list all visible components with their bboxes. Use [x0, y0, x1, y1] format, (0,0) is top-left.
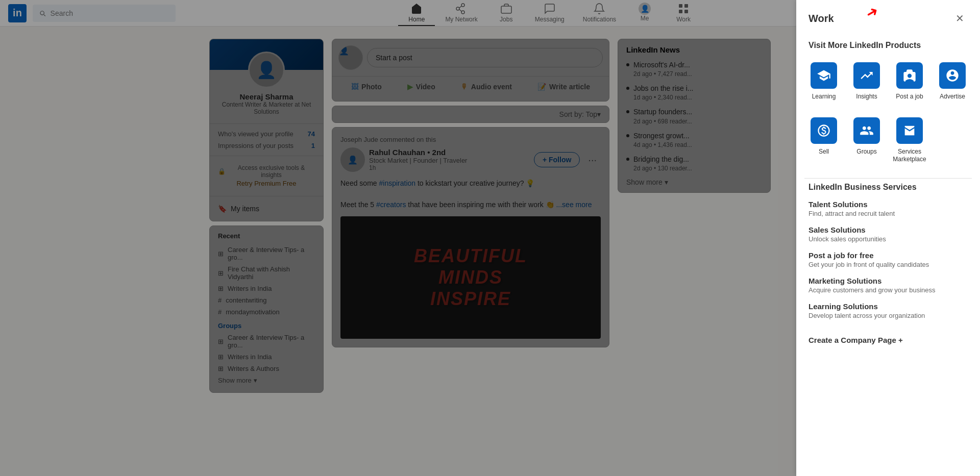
learning-icon	[811, 62, 837, 89]
advertise-label: Advertise	[940, 93, 965, 101]
product-learning[interactable]: Learning	[804, 56, 843, 107]
biz-services-section: LinkedIn Business Services Talent Soluti…	[796, 183, 980, 319]
biz-learning-title: Learning Solutions	[808, 302, 968, 311]
section-divider	[804, 178, 972, 179]
biz-marketing-solutions[interactable]: Marketing Solutions Acquire customers an…	[808, 277, 968, 294]
work-panel: Work ✕ Visit More LinkedIn Products Lear…	[796, 0, 980, 476]
post-job-icon	[896, 62, 923, 89]
product-insights[interactable]: Insights	[847, 56, 886, 107]
product-advertise[interactable]: Advertise	[933, 56, 972, 107]
biz-learning-desc: Develop talent across your organization	[808, 312, 968, 319]
insights-icon	[853, 62, 880, 89]
biz-sales-title: Sales Solutions	[808, 226, 968, 234]
advertise-icon	[939, 62, 966, 89]
biz-postjob-title: Post a job for free	[808, 251, 968, 260]
biz-talent-desc: Find, attract and recruit talent	[808, 210, 968, 217]
biz-learning-solutions[interactable]: Learning Solutions Develop talent across…	[808, 302, 968, 319]
biz-talent-solutions[interactable]: Talent Solutions Find, attract and recru…	[808, 200, 968, 217]
post-job-label: Post a job	[896, 93, 923, 101]
biz-sales-desc: Unlock sales opportunities	[808, 235, 968, 243]
insights-label: Insights	[856, 93, 877, 101]
product-groups[interactable]: Groups	[847, 111, 886, 170]
visit-more-title: Visit More LinkedIn Products	[796, 35, 980, 56]
create-company-page[interactable]: Create a Company Page +	[796, 328, 980, 353]
product-post-job[interactable]: Post a job	[890, 56, 929, 107]
marketplace-icon	[896, 117, 923, 144]
biz-postjob-desc: Get your job in front of quality candida…	[808, 261, 968, 268]
work-panel-close-button[interactable]: ✕	[951, 10, 968, 27]
sell-label: Sell	[819, 148, 829, 156]
products-grid: Learning Insights Post a job Advertise	[796, 56, 980, 178]
work-panel-title: Work	[808, 13, 834, 24]
biz-marketing-desc: Acquire customers and grow your business	[808, 286, 968, 294]
groups-icon	[853, 117, 880, 144]
groups-label: Groups	[856, 148, 876, 156]
product-sell[interactable]: Sell	[804, 111, 843, 170]
biz-post-job[interactable]: Post a job for free Get your job in fron…	[808, 251, 968, 268]
sell-icon	[811, 117, 837, 144]
biz-marketing-title: Marketing Solutions	[808, 277, 968, 285]
biz-sales-solutions[interactable]: Sales Solutions Unlock sales opportuniti…	[808, 226, 968, 243]
product-marketplace[interactable]: Services Marketplace	[890, 111, 929, 170]
marketplace-label: Services Marketplace	[892, 148, 927, 164]
learning-label: Learning	[812, 93, 836, 101]
biz-talent-title: Talent Solutions	[808, 200, 968, 209]
biz-services-title: LinkedIn Business Services	[808, 183, 968, 192]
work-panel-header: Work ✕	[796, 0, 980, 35]
